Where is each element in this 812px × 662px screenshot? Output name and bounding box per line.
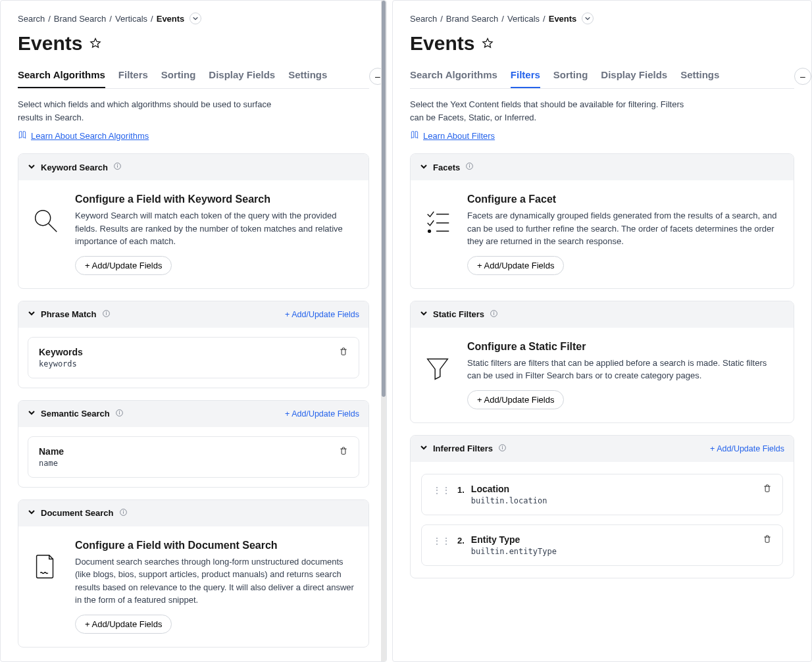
section-document-search: Document Search Configure a Field with D… — [18, 499, 369, 648]
field-title: Keywords — [39, 347, 332, 357]
chevron-down-icon[interactable] — [28, 409, 36, 419]
info-icon[interactable] — [498, 444, 507, 454]
breadcrumb-item[interactable]: Brand Search — [54, 14, 107, 24]
feature-title: Configure a Static Filter — [467, 341, 782, 353]
document-icon — [30, 540, 61, 582]
breadcrumb: Search/ Brand Search/ Verticals/ Events — [410, 1, 794, 28]
chevron-down-icon[interactable] — [420, 163, 428, 172]
trash-icon[interactable] — [339, 347, 348, 358]
feature-description: Facets are dynamically grouped fields ge… — [467, 209, 782, 248]
info-icon[interactable] — [115, 409, 124, 419]
field-card: ⋮⋮ 1. Location builtin.location — [421, 474, 783, 515]
breadcrumb-item[interactable]: Search — [18, 14, 45, 24]
add-update-fields-link[interactable]: + Add/Update Fields — [285, 310, 359, 319]
info-icon[interactable] — [465, 162, 474, 172]
tab-filters[interactable]: Filters — [118, 64, 148, 88]
chevron-down-icon[interactable] — [28, 508, 36, 518]
tabs: Search Algorithms Filters Sorting Displa… — [18, 64, 369, 89]
checklist-icon — [422, 193, 453, 236]
tab-display-fields[interactable]: Display Fields — [209, 64, 275, 88]
section-title: Inferred Filters — [433, 444, 493, 453]
tab-description: Select the Yext Content fields that shou… — [410, 98, 686, 124]
breadcrumb-item[interactable]: Verticals — [115, 14, 147, 24]
svg-point-16 — [469, 165, 470, 165]
page-title: Events — [410, 32, 794, 55]
field-title: Name — [39, 446, 332, 457]
chevron-down-icon[interactable] — [28, 163, 36, 172]
order-number: 2. — [457, 534, 465, 546]
drag-handle-icon[interactable]: ⋮⋮ — [432, 484, 451, 495]
star-icon[interactable] — [89, 32, 102, 55]
learn-link[interactable]: Learn About Filters — [423, 131, 495, 141]
field-card: Name name — [28, 436, 359, 478]
add-update-fields-button[interactable]: + Add/Update Fields — [75, 256, 172, 275]
field-title: Location — [471, 484, 756, 494]
field-api-name: keywords — [39, 359, 332, 369]
breadcrumb-item[interactable]: Search — [410, 14, 437, 24]
info-icon[interactable] — [102, 309, 111, 320]
field-title: Entity Type — [471, 534, 756, 545]
svg-point-13 — [123, 510, 124, 511]
scrollbar[interactable] — [381, 1, 386, 661]
order-number: 1. — [457, 484, 465, 495]
feature-description: Keyword Search will match each token of … — [75, 209, 357, 248]
section-keyword-search: Keyword Search Configure a Field with Ke… — [18, 153, 369, 289]
feature-title: Configure a Facet — [467, 193, 782, 205]
tab-display-fields[interactable]: Display Fields — [601, 64, 667, 88]
tab-search-algorithms[interactable]: Search Algorithms — [18, 64, 105, 88]
section-title: Document Search — [41, 508, 114, 518]
add-update-fields-button[interactable]: + Add/Update Fields — [75, 615, 172, 634]
book-icon — [18, 130, 27, 141]
tab-search-algorithms[interactable]: Search Algorithms — [410, 64, 497, 88]
feature-title: Configure a Field with Document Search — [75, 540, 357, 551]
section-title: Semantic Search — [41, 409, 110, 419]
tab-settings[interactable]: Settings — [680, 64, 719, 88]
feature-description: Static filters are filters that can be a… — [467, 357, 782, 382]
section-phrase-match: Phrase Match + Add/Update Fields Keyword… — [18, 301, 369, 388]
breadcrumb-item[interactable]: Verticals — [507, 14, 540, 24]
trash-icon[interactable] — [339, 446, 348, 457]
field-api-name: builtin.location — [471, 496, 756, 505]
page-title: Events — [18, 32, 369, 55]
star-icon[interactable] — [481, 32, 494, 55]
tab-sorting[interactable]: Sorting — [161, 64, 196, 88]
collapse-button[interactable]: – — [794, 68, 811, 85]
tab-filters[interactable]: Filters — [511, 64, 540, 88]
chevron-down-icon[interactable] — [28, 309, 36, 319]
breadcrumb-item-active: Events — [549, 14, 577, 24]
tab-settings[interactable]: Settings — [288, 64, 327, 88]
tab-description: Select which fields and which algorithms… — [18, 98, 294, 124]
breadcrumb-item[interactable]: Brand Search — [446, 14, 499, 24]
section-title: Keyword Search — [41, 163, 108, 172]
info-icon[interactable] — [490, 309, 498, 320]
breadcrumb-item-active: Events — [157, 14, 185, 24]
add-update-fields-link[interactable]: + Add/Update Fields — [710, 444, 784, 453]
add-update-fields-button[interactable]: + Add/Update Fields — [467, 390, 564, 409]
section-inferred-filters: Inferred Filters + Add/Update Fields ⋮⋮ … — [410, 435, 794, 578]
chevron-down-icon[interactable] — [420, 444, 428, 453]
learn-link[interactable]: Learn About Search Algorithms — [31, 131, 149, 141]
funnel-icon — [422, 341, 453, 383]
breadcrumb-dropdown[interactable] — [190, 13, 201, 24]
field-card: ⋮⋮ 2. Entity Type builtin.entityType — [421, 524, 783, 566]
field-card: Keywords keywords — [28, 337, 359, 378]
add-update-fields-link[interactable]: + Add/Update Fields — [285, 409, 359, 419]
info-icon[interactable] — [119, 508, 128, 519]
book-icon — [410, 130, 419, 141]
drag-handle-icon[interactable]: ⋮⋮ — [432, 534, 451, 546]
pane-search-algorithms: Search/ Brand Search/ Verticals/ Events … — [0, 0, 387, 662]
tab-sorting[interactable]: Sorting — [553, 64, 588, 88]
svg-point-3 — [36, 211, 51, 226]
chevron-down-icon[interactable] — [420, 309, 428, 319]
breadcrumb-dropdown[interactable] — [582, 13, 594, 24]
trash-icon[interactable] — [763, 484, 772, 495]
section-semantic-search: Semantic Search + Add/Update Fields Name… — [18, 400, 369, 488]
trash-icon[interactable] — [763, 534, 772, 546]
svg-point-19 — [428, 230, 431, 232]
info-icon[interactable] — [113, 162, 122, 172]
add-update-fields-button[interactable]: + Add/Update Fields — [467, 256, 564, 275]
svg-point-7 — [106, 311, 107, 312]
svg-point-10 — [119, 411, 120, 411]
search-icon — [30, 193, 61, 236]
svg-line-4 — [49, 224, 57, 232]
